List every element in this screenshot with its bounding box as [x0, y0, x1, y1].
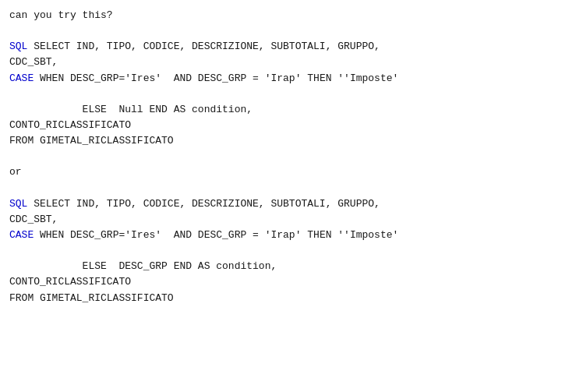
block1-line6: FROM GIMETAL_RICLASSIFICATO: [9, 133, 574, 149]
block2-line4: ELSE DESC_GRP END AS condition,: [9, 259, 574, 274]
spacer: [9, 23, 574, 39]
block2-line1: SQL SELECT IND, TIPO, CODICE, DESCRIZION…: [9, 196, 574, 212]
block2-spacer: [9, 243, 574, 259]
block1-line2: CDC_SBT,: [9, 55, 574, 70]
block1-line3: CASE WHEN DESC_GRP='Ires' AND DESC_GRP =…: [9, 71, 574, 87]
main-content: can you try this? SQL SELECT IND, TIPO, …: [9, 8, 574, 306]
or-separator: or: [9, 164, 574, 180]
mid-spacer1: [9, 149, 574, 164]
mid-spacer2: [9, 181, 574, 196]
block2-line3: CASE WHEN DESC_GRP='Ires' AND DESC_GRP =…: [9, 228, 574, 243]
block2-line2: CDC_SBT,: [9, 212, 574, 228]
block1-spacer: [9, 87, 574, 102]
block1-line1: SQL SELECT IND, TIPO, CODICE, DESCRIZION…: [9, 39, 574, 55]
intro-text: can you try this?: [9, 8, 574, 23]
block2-line5: CONTO_RICLASSIFICATO: [9, 274, 574, 290]
block1-line4: ELSE Null END AS condition,: [9, 102, 574, 118]
block2-line6: FROM GIMETAL_RICLASSIFICATO: [9, 291, 574, 306]
block1-line5: CONTO_RICLASSIFICATO: [9, 118, 574, 133]
